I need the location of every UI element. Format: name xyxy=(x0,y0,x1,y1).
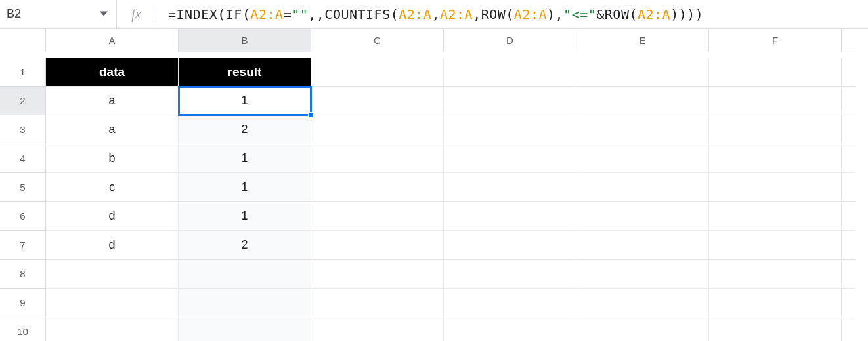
cell-E2[interactable] xyxy=(576,87,709,115)
cell-E3[interactable] xyxy=(576,115,709,144)
cell-B4[interactable]: 1 xyxy=(179,144,311,173)
cell-B9[interactable] xyxy=(179,289,311,317)
name-box-dropdown-icon[interactable] xyxy=(97,9,111,20)
name-box[interactable]: B2 xyxy=(5,0,117,28)
cell-C3[interactable] xyxy=(311,115,444,144)
cell-A10[interactable] xyxy=(46,317,179,341)
row-header-5[interactable]: 5 xyxy=(0,173,46,202)
cell-D4[interactable] xyxy=(444,144,576,173)
cell-spacer xyxy=(842,260,855,289)
cell-E9[interactable] xyxy=(576,289,709,317)
row-header-2[interactable]: 2 xyxy=(0,87,46,115)
formula-token: ) xyxy=(687,7,695,22)
cell-E7[interactable] xyxy=(576,231,709,260)
formula-token: A2:A xyxy=(399,7,431,22)
formula-token: , xyxy=(555,7,564,22)
row-header-3[interactable]: 3 xyxy=(0,115,46,144)
cell-C1[interactable] xyxy=(311,58,444,87)
cell-A1[interactable]: data xyxy=(46,58,179,87)
cell-F1[interactable] xyxy=(709,58,842,87)
cell-E5[interactable] xyxy=(576,173,709,202)
cell-A3[interactable]: a xyxy=(46,115,179,144)
cell-F9[interactable] xyxy=(709,289,842,317)
cell-B3[interactable]: 2 xyxy=(179,115,311,144)
formula-token: ( xyxy=(629,7,638,22)
cell-E10[interactable] xyxy=(576,317,709,341)
cell-B8[interactable] xyxy=(179,260,311,289)
cell-F8[interactable] xyxy=(709,260,842,289)
cell-C2[interactable] xyxy=(311,87,444,115)
cell-D3[interactable] xyxy=(444,115,576,144)
cell-spacer xyxy=(842,58,855,87)
cell-C4[interactable] xyxy=(311,144,444,173)
cell-A2[interactable]: a xyxy=(46,87,179,115)
cell-A5[interactable]: c xyxy=(46,173,179,202)
row-header-4[interactable]: 4 xyxy=(0,144,46,173)
cell-B10[interactable] xyxy=(179,317,311,341)
column-header-C[interactable]: C xyxy=(311,29,444,52)
cell-spacer xyxy=(842,317,855,341)
column-header-E[interactable]: E xyxy=(576,29,709,52)
cell-A8[interactable] xyxy=(46,260,179,289)
cell-C7[interactable] xyxy=(311,231,444,260)
cell-E1[interactable] xyxy=(576,58,709,87)
cell-A6[interactable]: d xyxy=(46,202,179,231)
cell-E8[interactable] xyxy=(576,260,709,289)
cell-C5[interactable] xyxy=(311,173,444,202)
cell-F10[interactable] xyxy=(709,317,842,341)
cell-E4[interactable] xyxy=(576,144,709,173)
formula-input[interactable]: =INDEX(IF(A2:A="",,COUNTIFS(A2:A,A2:A,RO… xyxy=(156,7,863,22)
row-header-10[interactable]: 10 xyxy=(0,317,46,341)
cell-D5[interactable] xyxy=(444,173,576,202)
cell-B5[interactable]: 1 xyxy=(179,173,311,202)
column-header-A[interactable]: A xyxy=(46,29,179,52)
cell-F6[interactable] xyxy=(709,202,842,231)
formula-token: ( xyxy=(242,7,251,22)
cell-D9[interactable] xyxy=(444,289,576,317)
formula-token: A2:A xyxy=(638,7,670,22)
cell-D10[interactable] xyxy=(444,317,576,341)
cell-F2[interactable] xyxy=(709,87,842,115)
cell-F5[interactable] xyxy=(709,173,842,202)
cell-A7[interactable]: d xyxy=(46,231,179,260)
fill-handle[interactable] xyxy=(308,112,314,118)
cell-B1[interactable]: result xyxy=(179,58,311,87)
formula-token: "" xyxy=(292,7,308,22)
cell-B7[interactable]: 2 xyxy=(179,231,311,260)
cell-F7[interactable] xyxy=(709,231,842,260)
column-header-F[interactable]: F xyxy=(709,29,842,52)
formula-token: ( xyxy=(391,7,399,22)
row-header-6[interactable]: 6 xyxy=(0,202,46,231)
formula-token: ,, xyxy=(308,7,324,22)
row-header-9[interactable]: 9 xyxy=(0,289,46,317)
cell-C8[interactable] xyxy=(311,260,444,289)
formula-token: ROW xyxy=(605,7,630,22)
cell-A9[interactable] xyxy=(46,289,179,317)
select-all-corner[interactable] xyxy=(0,29,46,52)
row-header-7[interactable]: 7 xyxy=(0,231,46,260)
row-header-8[interactable]: 8 xyxy=(0,260,46,289)
cell-C9[interactable] xyxy=(311,289,444,317)
cell-A4[interactable]: b xyxy=(46,144,179,173)
cell-F3[interactable] xyxy=(709,115,842,144)
spreadsheet-grid[interactable]: ABCDEF1dataresult2a13a24b15c16d17d28910 xyxy=(0,29,868,341)
fx-icon[interactable]: fx xyxy=(117,7,156,22)
cell-B6[interactable]: 1 xyxy=(179,202,311,231)
cell-D7[interactable] xyxy=(444,231,576,260)
formula-token: A2:A xyxy=(250,7,283,22)
cell-D6[interactable] xyxy=(444,202,576,231)
cell-B2[interactable]: 1 xyxy=(179,87,311,115)
cell-E6[interactable] xyxy=(576,202,709,231)
column-header-B[interactable]: B xyxy=(179,29,311,52)
cell-spacer xyxy=(842,231,855,260)
cell-F4[interactable] xyxy=(709,144,842,173)
column-header-D[interactable]: D xyxy=(444,29,576,52)
cell-D1[interactable] xyxy=(444,58,576,87)
cell-D2[interactable] xyxy=(444,87,576,115)
cell-C6[interactable] xyxy=(311,202,444,231)
cell-C10[interactable] xyxy=(311,317,444,341)
row-header-1[interactable]: 1 xyxy=(0,58,46,87)
formula-token: COUNTIFS xyxy=(324,7,390,22)
formula-token: = xyxy=(284,7,292,22)
cell-D8[interactable] xyxy=(444,260,576,289)
